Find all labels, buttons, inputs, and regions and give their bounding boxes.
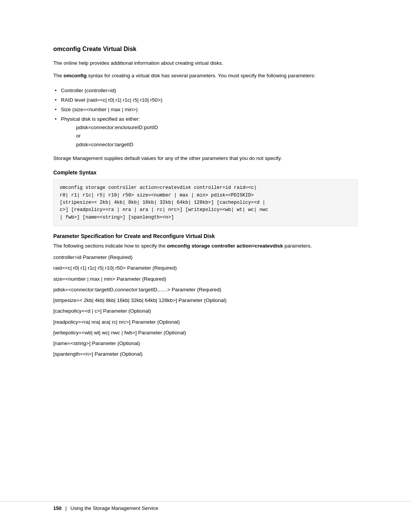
pdisk-line-1: pdisk=connector:enclosureID:portID xyxy=(76,123,358,132)
param-5: [stripesize=< 2kb| 4kb| 8kb| 16kb| 32kb|… xyxy=(53,296,358,305)
complete-syntax-heading: Complete Syntax xyxy=(53,169,358,176)
pdisk-line-2: pdisk=connector:targetID xyxy=(76,141,358,149)
pdisk-sub-indent: pdisk=connector:enclosureID:portID or pd… xyxy=(76,123,358,150)
param-spec-bold: omconfig storage controller action=creat… xyxy=(167,243,283,249)
omconfig-bold-1: omconfig xyxy=(64,73,87,78)
param-spec-intro: The following sections indicate how to s… xyxy=(53,242,358,250)
bullet-size: Size (size=<number | max | min>) xyxy=(53,106,358,114)
param-6: [cachepolicy=<d | c>] Parameter (Optiona… xyxy=(53,307,358,315)
param-9: [name=<string>] Parameter (Optional) xyxy=(53,339,358,348)
param-1: controller=id Parameter (Required) xyxy=(53,253,358,262)
requirements-list: Controller (controller=id) RAID level (r… xyxy=(53,87,358,150)
page-footer: 150 | Using the Storage Management Servi… xyxy=(0,501,411,511)
param-4: pdisk=<connector:targetID,connector:targ… xyxy=(53,286,358,294)
bullet-pdisk: Physical disk is specified as either: pd… xyxy=(53,115,358,150)
param-2: raid=<c| r0| r1| r1c| r5| r10| r50> Para… xyxy=(53,264,358,272)
param-10: [spanlength=<n>] Parameter (Optional) xyxy=(53,350,358,358)
param-3: size=<number | max | min> Parameter (Req… xyxy=(53,275,358,283)
complete-syntax-code: omconfig storage controller action=creat… xyxy=(53,179,358,226)
page-container: omconfig Create Virtual Disk The online … xyxy=(0,0,411,532)
bullet-raid: RAID level (raid=<c| r0| r1| r1c| r5| r1… xyxy=(53,96,358,104)
pdisk-or: or xyxy=(76,132,358,141)
param-7: [readpolicy=<ra| nra| ara| rc| nrc>] Par… xyxy=(53,318,358,326)
storage-default-text: Storage Management supplies default valu… xyxy=(53,155,358,163)
param-spec-heading: Parameter Specification for Create and R… xyxy=(53,233,358,239)
parameters-list: controller=id Parameter (Required) raid=… xyxy=(53,253,358,359)
main-heading: omconfig Create Virtual Disk xyxy=(53,46,358,53)
footer-section-title: Using the Storage Management Service xyxy=(70,505,158,511)
footer-page-number: 150 xyxy=(53,505,62,511)
intro-paragraph-1: The online help provides additional info… xyxy=(53,59,358,67)
intro-paragraph-2: The omconfig syntax for creating a virtu… xyxy=(53,72,358,80)
footer-separator: | xyxy=(65,505,67,511)
bullet-controller: Controller (controller=id) xyxy=(53,87,358,95)
param-8: [writepolicy=<wb| wt| wc| nwc | fwb>] Pa… xyxy=(53,329,358,337)
